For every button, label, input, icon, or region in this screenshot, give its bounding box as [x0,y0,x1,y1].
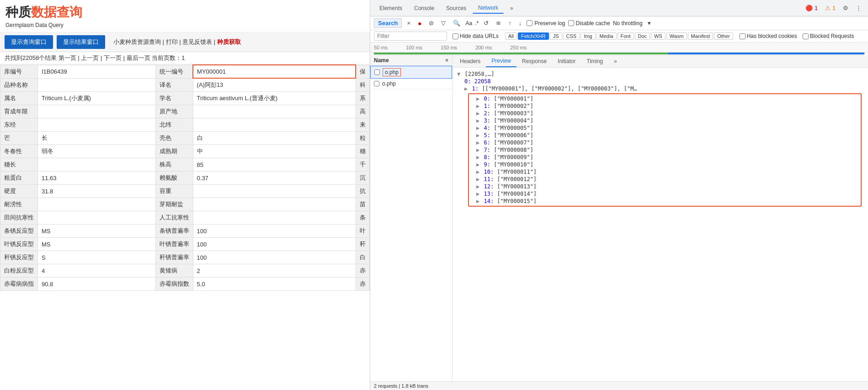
tab-sources[interactable]: Sources [441,3,472,13]
field-label: 成熟期 [155,145,193,158]
timeline-progress-bar [374,53,864,54]
filter-type-all[interactable]: All [505,32,517,40]
detail-tab-initiator[interactable]: Initiator [552,56,581,67]
field-value: 4 [38,264,156,278]
settings-button[interactable]: ⚙ [840,4,851,12]
blocked-requests-checkbox[interactable] [803,33,809,39]
search-tab[interactable]: Search [374,18,402,28]
filter-type-other[interactable]: Other [714,32,733,40]
detail-tab-response[interactable]: Response [517,56,552,67]
has-blocked-cookies-checkbox[interactable] [740,33,746,39]
blocked-requests-label[interactable]: Blocked Requests [803,33,854,39]
filter-type-media[interactable]: Media [596,32,617,40]
show-result-window-button[interactable]: 显示结果窗口 [57,35,105,49]
devtools-status-bar: 2 requests | 1.8 kB trans [370,381,868,390]
tab-more[interactable]: » [505,3,519,13]
devtools-top-tabs: Elements Console Sources Network » 🔴 1 ⚠… [370,0,868,16]
detail-tab-headers[interactable]: Headers [454,56,486,67]
filter-type-css[interactable]: CSS [563,32,580,40]
field-value [38,105,156,118]
json-subitem: ▶ 2: ["MY000003"] [471,110,859,117]
filter-types-row: AllFetch/XHRJSCSSImgMediaFontDocWSWasmMa… [505,32,734,40]
field-value [193,198,356,211]
field-value: MY000001 [193,65,356,78]
tab-network[interactable]: Network [473,3,504,14]
network-item-checkbox[interactable] [374,69,380,75]
search-icon-button[interactable]: 🔍 [451,19,463,27]
filter-type-img[interactable]: Img [580,32,595,40]
timeline-bar: 50 ms100 ms150 ms200 ms250 ms [370,43,868,53]
field-value [193,105,356,118]
stop-button[interactable]: ⊘ [426,19,436,27]
field-label: 条锈普遍率 [155,224,193,238]
filter-type-ws[interactable]: WS [651,32,666,40]
record-button[interactable]: ● [415,19,424,28]
json-subitem: ▶ 6: ["MY000007"] [471,139,859,146]
json-subitem: ▶ 12: ["MY000013"] [471,183,859,190]
timeline-mark: 150 ms [441,45,457,50]
field-value: I1B06439 [38,65,156,78]
json-subitem: ▶ 14: ["MY000015"] [471,198,859,205]
filter-type-fetch/xhr[interactable]: Fetch/XHR [518,32,549,40]
wifi-button[interactable]: ≋ [494,19,503,27]
disable-cache-checkbox[interactable] [568,20,574,26]
search-close-button[interactable]: × [405,19,413,27]
json-tree-line: ▼ [22058,…] [457,70,863,78]
field-value: 90.8 [38,278,156,291]
show-query-window-button[interactable]: 显示查询窗口 [5,35,53,49]
json-subitem: ▶ 5: ["MY000006"] [471,132,859,139]
warn-count-button[interactable]: ⚠ 1 [822,4,838,12]
pagination-bar: 共找到22058个结果 第一页 | 上一页 | 下一页 | 最后一页 当前页数：… [0,52,370,64]
tab-elements[interactable]: Elements [374,3,408,13]
detail-tab-timing[interactable]: Timing [581,56,608,67]
field-value [38,78,156,92]
data-table: 库编号I1B06439统一编号MY000001保品种名称译名(A)阿彭13科属名… [0,64,370,291]
hide-data-urls-label[interactable]: Hide data URLs [453,33,499,39]
json-subitem: ▶ 4: ["MY000005"] [471,124,859,132]
detail-tab-preview[interactable]: Preview [486,55,517,67]
throttling-dropdown-button[interactable]: ▾ [645,19,653,27]
network-list-close-button[interactable]: × [445,57,448,64]
hide-data-urls-checkbox[interactable] [453,33,458,39]
more-options-button[interactable]: ⋮ [853,4,864,12]
error-count-button[interactable]: 🔴 1 [803,4,820,12]
filter-type-font[interactable]: Font [618,32,634,40]
tab-console[interactable]: Console [409,3,440,13]
upload-button[interactable]: ↑ [506,19,514,27]
filter-type-manifest[interactable]: Manifest [688,32,714,40]
field-label: 冬春性 [0,145,38,158]
filter-type-doc[interactable]: Doc [635,32,650,40]
preserve-log-checkbox[interactable] [527,20,533,26]
filter-type-wasm[interactable]: Wasm [666,32,687,40]
field-value: Triticum aestivum L.(普通小麦) [193,92,356,105]
disable-cache-label[interactable]: Disable cache [568,20,610,27]
field-label-right: 系 [356,92,370,105]
json-subitem: ▶ 0: ["MY000001"] [471,95,859,102]
field-value [193,118,356,132]
network-list-item[interactable]: o.php [370,79,452,89]
network-list-items: o.phpo.php [370,66,452,381]
germplasm-acquire-link[interactable]: 种质获取 [217,38,241,45]
network-item-checkbox[interactable] [374,81,379,86]
network-list-item[interactable]: o.php [370,66,452,79]
refresh-button[interactable]: ↺ [481,19,491,27]
download-button[interactable]: ↓ [517,19,524,27]
field-label: 条锈反应型 [0,224,38,238]
json-subitem: ▶ 10: ["MY000011"] [471,168,859,176]
field-label: 译名 [155,78,193,92]
json-subitem: ▶ 1: ["MY000002"] [471,102,859,110]
detail-tab-more[interactable]: » [608,56,623,67]
has-blocked-cookies-label[interactable]: Has blocked cookies [740,33,797,39]
field-label: 叶锈反应型 [0,238,38,251]
logo-zh2: 数据查询 [31,5,82,19]
filter-button[interactable]: ▽ [439,19,448,27]
timeline-mark: 250 ms [510,45,527,50]
json-subitem: ▶ 3: ["MY000004"] [471,117,859,124]
preserve-log-label[interactable]: Preserve log [527,20,565,27]
field-value: S [38,251,156,264]
field-label: 白粉反应型 [0,264,38,278]
field-label: 品种名称 [0,78,38,92]
filter-input[interactable] [374,32,447,41]
field-label: 穗长 [0,158,38,171]
filter-type-js[interactable]: JS [550,32,562,40]
